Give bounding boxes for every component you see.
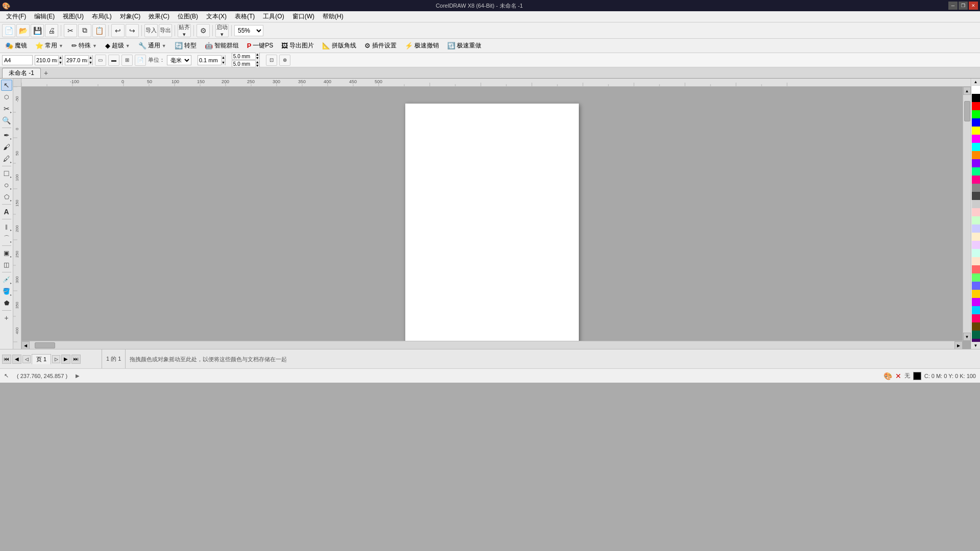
width-decrement-button[interactable]: ▼ [58,60,62,65]
palette-color-2[interactable] [972,102,980,110]
width-increment-button[interactable]: ▲ [58,55,62,60]
palette-color-10[interactable] [972,167,980,176]
dropshadow-tool[interactable]: ▣▸ [1,247,12,259]
eyedrop-tool[interactable]: 💉▸ [1,274,12,285]
tb2-common[interactable]: ⭐ 常用 ▼ [32,40,66,51]
zoom-select[interactable]: 25% 50% 55% 75% 100% 150% 200% [234,25,263,36]
palette-color-21[interactable] [972,257,980,265]
first-page-button[interactable]: ⏮ [2,355,11,364]
palette-color-24[interactable] [972,282,980,290]
palette-color-22[interactable] [972,265,980,273]
insert-page-after-button[interactable]: ▷ [52,355,60,363]
crop-tool[interactable]: ✂▸ [1,103,12,114]
palette-color-15[interactable] [972,208,980,216]
menu-text[interactable]: 文本(X) [202,11,231,22]
pages-button[interactable]: 📄 [135,55,146,66]
smart-fill-tool[interactable]: ⬟ [1,297,12,309]
palette-color-11[interactable] [972,176,980,184]
height-increment-button[interactable]: ▲ [88,55,92,60]
palette-color-4[interactable] [972,118,980,127]
palette-color-26[interactable] [972,298,980,306]
menu-window[interactable]: 窗口(W) [288,11,318,22]
palette-color-0[interactable] [972,86,980,94]
palette-color-7[interactable] [972,143,980,151]
open-button[interactable]: 📂 [16,24,30,37]
size2-increment-button[interactable]: ▲ [255,60,259,64]
palette-color-30[interactable] [972,331,980,339]
zoom-tool[interactable]: 🔍 [1,115,12,126]
parallel-tool[interactable]: ∥▸ [1,221,12,232]
nudge-decrement-button[interactable]: ▼ [221,60,225,65]
export-button[interactable]: 导出 [159,24,172,37]
copy-button[interactable]: ⧉ [78,24,91,37]
tb2-smart-group[interactable]: 🤖 智能群组 [202,40,242,51]
palette-color-5[interactable] [972,127,980,135]
font-name-input[interactable] [2,55,33,65]
tb2-import-img[interactable]: 🖼 导出图片 [278,40,317,51]
startup-button[interactable]: 启动▾ [215,24,229,37]
palette-color-8[interactable] [972,151,980,159]
menu-object[interactable]: 对象(C) [116,11,145,22]
tab-doc1[interactable]: 未命名 -1 [2,68,41,78]
size2-input[interactable] [232,60,255,67]
unit-select[interactable]: 毫米 厘米 英寸 像素 [167,55,191,65]
palette-color-13[interactable] [972,192,980,200]
insert-page-before-button[interactable]: ◁ [22,355,31,363]
size2-decrement-button[interactable]: ▼ [255,64,259,67]
prev-page-button[interactable]: ◀ [12,355,21,364]
last-page-button[interactable]: ⏭ [71,355,81,364]
scroll-right-button[interactable]: ▶ [954,341,963,349]
add-tab-button[interactable]: + [41,68,51,78]
tb2-oneps[interactable]: P 一键PS [244,40,277,51]
scroll-track-bottom[interactable] [30,341,954,349]
page-tab-1[interactable]: 页 1 [32,354,51,364]
palette-scroll-down-button[interactable]: ▼ [972,342,980,349]
landscape-button[interactable]: ▬ [108,55,119,66]
rect-tool[interactable]: □▸ [1,168,12,179]
menu-tools[interactable]: 工具(O) [259,11,288,22]
palette-color-19[interactable] [972,241,980,249]
palette-color-25[interactable] [972,290,980,298]
save-button[interactable]: 💾 [31,24,44,37]
add-page-button[interactable]: + [1,312,12,323]
next-page-button[interactable]: ▶ [61,355,70,364]
palette-color-1[interactable] [972,94,980,102]
tb2-fast-cancel[interactable]: ⚡ 极速撤销 [402,40,442,51]
menu-layout[interactable]: 布局(L) [88,11,116,22]
palette-color-20[interactable] [972,249,980,257]
tb2-general[interactable]: 🔧 通用 ▼ [135,40,169,51]
canvas-scroll[interactable] [21,87,963,341]
transparency-tool[interactable]: ◫ [1,259,12,270]
scroll-up-button[interactable]: ▲ [963,87,971,95]
palette-color-12[interactable] [972,184,980,192]
menu-file[interactable]: 文件(F) [2,11,30,22]
paste-button[interactable]: 📋 [92,24,106,37]
tb2-transform[interactable]: 🔄 转型 [172,40,200,51]
nudge-input[interactable] [198,56,221,65]
menu-help[interactable]: 帮助(H) [318,11,348,22]
snap-button[interactable]: 贴齐▾ [178,24,191,37]
text-tool[interactable]: A [1,206,12,217]
palette-color-14[interactable] [972,200,980,208]
close-button[interactable]: ✕ [969,2,978,10]
height-input[interactable] [65,56,88,65]
width-input[interactable] [35,56,58,65]
height-decrement-button[interactable]: ▼ [88,60,92,65]
new-button[interactable]: 📄 [2,24,15,37]
minimize-button[interactable]: ─ [948,2,958,10]
page-settings-button[interactable]: ⊞ [121,55,133,66]
menu-effects[interactable]: 效果(C) [144,11,174,22]
pen-tool[interactable]: 🖊▸ [1,153,12,164]
menu-table[interactable]: 表格(T) [231,11,259,22]
palette-color-16[interactable] [972,216,980,224]
scroll-left-button[interactable]: ◀ [21,341,30,349]
menu-edit[interactable]: 编辑(E) [30,11,59,22]
tb2-plugin-settings[interactable]: ⚙ 插件设置 [361,40,400,51]
tb2-super[interactable]: ◆ 超级 ▼ [102,40,133,51]
scroll-thumb-bottom[interactable] [35,342,55,348]
zoom-all-button[interactable]: ⊕ [279,55,290,66]
scroll-thumb-right[interactable] [964,101,970,121]
freehand-tool[interactable]: ✒▸ [1,130,12,141]
cut-button[interactable]: ✂ [64,24,77,37]
scroll-down-button[interactable]: ▼ [963,333,971,341]
